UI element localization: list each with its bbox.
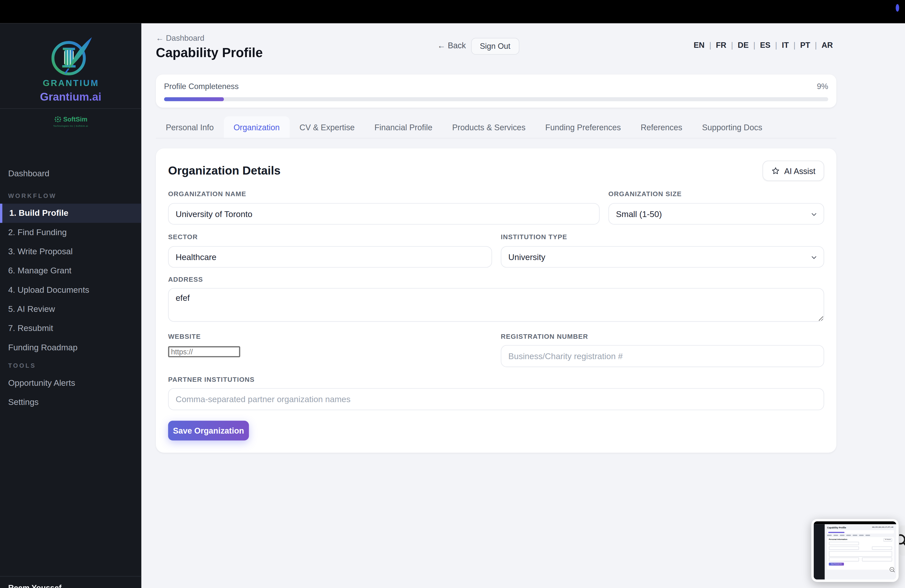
sidebar-item-funding-roadmap[interactable]: Funding Roadmap [0, 338, 141, 357]
lang-es[interactable]: ES [760, 41, 782, 49]
ai-assist-button[interactable]: AI Assist [763, 161, 824, 181]
browser-top-bar [0, 0, 905, 23]
tab-organization[interactable]: Organization [224, 116, 290, 138]
tab-financial-profile[interactable]: Financial Profile [365, 116, 442, 138]
tab-funding-preferences[interactable]: Funding Preferences [535, 116, 631, 138]
lang-ar[interactable]: AR [822, 41, 833, 49]
softsim-subtext: Technologies Inc | SoftSim.ai [0, 124, 141, 127]
org-name-input[interactable] [168, 203, 600, 224]
website-input[interactable] [168, 346, 240, 358]
sidebar-item-find-funding[interactable]: 2. Find Funding [0, 223, 141, 242]
partner-institutions-label: PARTNER INSTITUTIONS [168, 376, 255, 383]
app-window: GRANTIUM Grantium.ai SoftSim Technologie… [0, 0, 905, 588]
back-arrow-icon: ← [156, 34, 164, 43]
sidebar-divider [0, 108, 141, 109]
grantium-logo: GRANTIUM [0, 34, 141, 93]
tab-products-services[interactable]: Products & Services [442, 116, 535, 138]
breadcrumb-dashboard-link[interactable]: ← Dashboard [156, 34, 204, 43]
org-size-select[interactable]: Small (1-50) [608, 203, 824, 224]
address-label: ADDRESS [168, 276, 203, 283]
language-switcher: ENFRDEESITPTAR [694, 41, 833, 49]
profile-completeness-card: Profile Completeness 9% [156, 75, 837, 108]
thumbnail-save-button: Save Personal Info [829, 563, 844, 566]
save-organization-button[interactable]: Save Organization [168, 421, 249, 441]
institution-type-label: INSTITUTION TYPE [501, 234, 567, 240]
lang-en[interactable]: EN [694, 41, 716, 49]
softsim-name: SoftSim [64, 116, 87, 123]
website-label: WEBSITE [168, 333, 201, 340]
sidebar-item-dashboard[interactable]: Dashboard [0, 165, 141, 182]
thumbnail-languages: EN | FR | DE | ES | IT | PT | AR [872, 527, 893, 528]
thumbnail-topbar [814, 521, 897, 524]
lang-pt[interactable]: PT [800, 41, 822, 49]
section-title: Organization Details [168, 164, 281, 177]
org-name-label: ORGANIZATION NAME [168, 191, 246, 197]
notification-dot [896, 4, 899, 11]
profile-tabs: Personal Info Organization CV & Expertis… [156, 116, 837, 138]
tab-cv-expertise[interactable]: CV & Expertise [290, 116, 365, 138]
magnifier-panel [899, 525, 905, 556]
brand-name: Grantium.ai [0, 91, 141, 103]
thumbnail-ai-assist: AI Assist [884, 538, 892, 542]
star-icon [772, 167, 780, 175]
softsim-logo: SoftSim Technologies Inc | SoftSim.ai [0, 113, 141, 127]
progress-fill [164, 97, 224, 101]
sidebar-item-resubmit[interactable]: 7. Resubmit [0, 319, 141, 338]
thumbnail-frame: Capability Profile EN | FR | DE | ES | I… [814, 521, 897, 580]
progress-value: 9% [817, 82, 828, 91]
org-size-label: ORGANIZATION SIZE [608, 191, 682, 197]
tab-references[interactable]: References [631, 116, 692, 138]
grantium-logo-icon: GRANTIUM [38, 34, 103, 91]
registration-number-label: REGISTRATION NUMBER [501, 333, 588, 340]
lang-it[interactable]: IT [782, 41, 800, 49]
institution-type-select[interactable]: University [501, 246, 824, 268]
thumbnail-progress [827, 530, 894, 534]
signout-button[interactable]: Sign Out [471, 38, 519, 54]
user-name: Reem Youssef [8, 584, 141, 588]
tab-supporting-docs[interactable]: Supporting Docs [692, 116, 772, 138]
thumbnail-content: Capability Profile EN | FR | DE | ES | I… [825, 524, 897, 580]
sidebar-item-ai-review[interactable]: 5. AI Review [0, 300, 141, 319]
chevron-down-icon [811, 254, 817, 261]
sidebar-item-upload-documents[interactable]: 4. Upload Documents [0, 280, 141, 300]
sidebar-item-manage-grant[interactable]: 6. Manage Grant [0, 261, 141, 280]
registration-number-input[interactable] [501, 345, 824, 367]
organization-details-card: Organization Details AI Assist ORGANIZAT… [156, 148, 837, 453]
softsim-dots-icon [54, 116, 62, 123]
svg-text:GRANTIUM: GRANTIUM [43, 78, 99, 88]
sidebar-item-write-proposal[interactable]: 3. Write Proposal [0, 242, 141, 261]
screen-preview-thumbnail[interactable]: Capability Profile EN | FR | DE | ES | I… [811, 519, 899, 582]
back-arrow-icon: ← [437, 41, 445, 50]
sidebar-item-settings[interactable]: Settings [0, 393, 141, 412]
magnifier-icon [899, 534, 905, 549]
address-textarea[interactable]: efef [168, 288, 824, 322]
chevron-down-icon [811, 211, 817, 218]
page-title: Capability Profile [156, 45, 263, 60]
lang-fr[interactable]: FR [716, 41, 738, 49]
sector-input[interactable] [168, 246, 492, 268]
thumbnail-form-card: Personal Information AI Assist Save Pers… [827, 537, 894, 570]
thumbnail-tabs [827, 535, 894, 536]
partner-institutions-input[interactable] [168, 388, 824, 410]
sidebar-heading-tools: TOOLS [0, 362, 141, 369]
lang-de[interactable]: DE [738, 41, 760, 49]
thumbnail-section-title: Personal Information [829, 538, 892, 540]
thumbnail-sidebar [814, 524, 825, 580]
progress-label: Profile Completeness [164, 82, 238, 91]
progress-track [164, 97, 828, 101]
sidebar: GRANTIUM Grantium.ai SoftSim Technologie… [0, 23, 141, 588]
sector-label: SECTOR [168, 234, 198, 240]
zoom-out-icon [889, 567, 895, 572]
tab-personal-info[interactable]: Personal Info [156, 116, 224, 138]
sidebar-footer: Reem Youssef Sign Out [0, 576, 141, 588]
sidebar-heading-workflow: WORKFLOW [0, 192, 141, 199]
back-button[interactable]: ← Back [437, 41, 466, 50]
sidebar-item-opportunity-alerts[interactable]: Opportunity Alerts [0, 373, 141, 393]
sidebar-item-build-profile[interactable]: 1. Build Profile [0, 204, 141, 223]
